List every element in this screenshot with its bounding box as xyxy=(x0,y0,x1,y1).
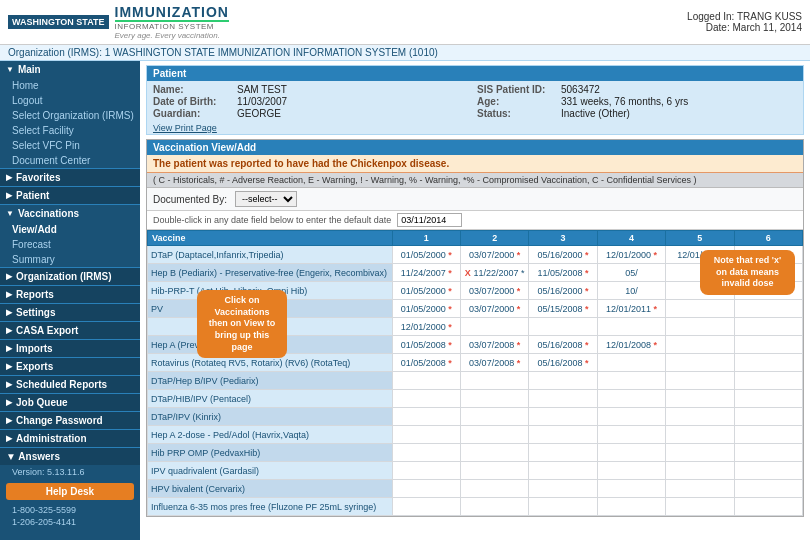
date-cell[interactable]: 03/07/2000 * xyxy=(460,300,528,318)
date-cell[interactable]: 01/05/2000 * xyxy=(392,282,460,300)
date-cell[interactable] xyxy=(597,390,665,408)
date-cell[interactable] xyxy=(392,480,460,498)
date-cell[interactable]: 12/01/2000 * xyxy=(392,318,460,336)
sidebar-header-imports[interactable]: ▶ Imports xyxy=(0,340,140,357)
sidebar-header-org[interactable]: ▶ Organization (IRMS) xyxy=(0,268,140,285)
sidebar-header-vaccinations[interactable]: ▼ Vaccinations xyxy=(0,205,140,222)
sidebar-item-select-facility[interactable]: Select Facility xyxy=(0,123,140,138)
date-cell[interactable] xyxy=(666,354,734,372)
date-cell[interactable] xyxy=(392,426,460,444)
date-cell[interactable] xyxy=(529,390,597,408)
sidebar-header-main[interactable]: ▼ Main xyxy=(0,61,140,78)
date-cell[interactable] xyxy=(392,372,460,390)
default-date-input[interactable] xyxy=(397,213,462,227)
date-cell[interactable] xyxy=(734,462,802,480)
date-cell[interactable] xyxy=(666,390,734,408)
date-cell[interactable]: X 11/22/2007 * xyxy=(460,264,528,282)
sidebar-header-exports[interactable]: ▶ Exports xyxy=(0,358,140,375)
date-cell[interactable] xyxy=(734,246,802,264)
date-cell[interactable] xyxy=(734,354,802,372)
date-cell[interactable]: 12/01/2000 * xyxy=(597,246,665,264)
date-cell[interactable]: 03/07/2000 * xyxy=(460,282,528,300)
date-cell[interactable] xyxy=(529,408,597,426)
sidebar-item-forecast[interactable]: Forecast xyxy=(0,237,140,252)
date-cell[interactable] xyxy=(734,282,802,300)
date-cell[interactable] xyxy=(597,408,665,426)
sidebar-header-patient[interactable]: ▶ Patient xyxy=(0,187,140,204)
date-cell[interactable] xyxy=(460,390,528,408)
sidebar-header-settings[interactable]: ▶ Settings xyxy=(0,304,140,321)
date-cell[interactable] xyxy=(529,318,597,336)
date-cell[interactable] xyxy=(597,426,665,444)
date-cell[interactable] xyxy=(734,408,802,426)
date-cell[interactable]: 11/05/2008 * xyxy=(529,264,597,282)
date-cell[interactable]: 05/16/2008 * xyxy=(529,354,597,372)
date-cell[interactable] xyxy=(460,480,528,498)
date-cell[interactable]: 03/07/2008 * xyxy=(460,336,528,354)
date-cell[interactable] xyxy=(666,282,734,300)
date-cell[interactable]: 10/ xyxy=(597,282,665,300)
date-cell[interactable] xyxy=(460,426,528,444)
date-cell[interactable] xyxy=(734,390,802,408)
date-cell[interactable] xyxy=(529,498,597,516)
date-cell[interactable] xyxy=(597,498,665,516)
date-cell[interactable]: 05/ xyxy=(597,264,665,282)
date-cell[interactable] xyxy=(529,444,597,462)
date-cell[interactable] xyxy=(529,372,597,390)
date-cell[interactable] xyxy=(666,426,734,444)
date-cell[interactable] xyxy=(597,480,665,498)
sidebar-header-favorites[interactable]: ▶ Favorites xyxy=(0,169,140,186)
sidebar-header-scheduled-reports[interactable]: ▶ Scheduled Reports xyxy=(0,376,140,393)
date-cell[interactable] xyxy=(734,264,802,282)
date-cell[interactable] xyxy=(597,462,665,480)
date-cell[interactable] xyxy=(734,444,802,462)
date-cell[interactable] xyxy=(666,318,734,336)
date-cell[interactable]: 01/05/2000 * xyxy=(392,300,460,318)
date-cell[interactable] xyxy=(392,390,460,408)
sidebar-header-job-queue[interactable]: ▶ Job Queue xyxy=(0,394,140,411)
date-cell[interactable] xyxy=(666,480,734,498)
sidebar-item-select-org[interactable]: Select Organization (IRMS) xyxy=(0,108,140,123)
date-cell[interactable]: 03/07/2000 * xyxy=(460,246,528,264)
sidebar-item-home[interactable]: Home xyxy=(0,78,140,93)
sidebar-item-logout[interactable]: Logout xyxy=(0,93,140,108)
date-cell[interactable]: 01/05/2008 * xyxy=(392,354,460,372)
sidebar-item-summary[interactable]: Summary xyxy=(0,252,140,267)
help-desk-button[interactable]: Help Desk xyxy=(6,483,134,500)
date-cell[interactable] xyxy=(460,462,528,480)
date-cell[interactable] xyxy=(666,336,734,354)
date-cell[interactable] xyxy=(529,480,597,498)
date-cell[interactable] xyxy=(734,336,802,354)
date-cell[interactable] xyxy=(392,408,460,426)
sidebar-answers-header[interactable]: ▼ Answers xyxy=(0,448,140,465)
date-cell[interactable] xyxy=(597,372,665,390)
date-cell[interactable] xyxy=(597,354,665,372)
date-cell[interactable]: 05/15/2008 * xyxy=(529,300,597,318)
date-cell[interactable] xyxy=(529,462,597,480)
date-cell[interactable] xyxy=(392,498,460,516)
date-cell[interactable] xyxy=(460,372,528,390)
sidebar-header-administration[interactable]: ▶ Administration xyxy=(0,430,140,447)
date-cell[interactable] xyxy=(734,318,802,336)
date-cell[interactable] xyxy=(666,462,734,480)
sidebar-item-viewadd[interactable]: View/Add xyxy=(0,222,140,237)
date-cell[interactable]: 03/07/2008 * xyxy=(460,354,528,372)
date-cell[interactable] xyxy=(666,444,734,462)
date-cell[interactable] xyxy=(597,444,665,462)
date-cell[interactable] xyxy=(666,408,734,426)
date-cell[interactable] xyxy=(734,498,802,516)
sidebar-item-select-vfc[interactable]: Select VFC Pin xyxy=(0,138,140,153)
date-cell[interactable]: 12/01/2008 * xyxy=(597,336,665,354)
sidebar-header-change-password[interactable]: ▶ Change Password xyxy=(0,412,140,429)
date-cell[interactable]: 12/01/2011 xyxy=(666,246,734,264)
date-cell[interactable]: 01/05/2000 * xyxy=(392,246,460,264)
date-cell[interactable] xyxy=(666,498,734,516)
date-cell[interactable] xyxy=(734,372,802,390)
date-cell[interactable] xyxy=(666,264,734,282)
date-cell[interactable] xyxy=(392,462,460,480)
date-cell[interactable] xyxy=(597,318,665,336)
date-cell[interactable] xyxy=(734,300,802,318)
date-cell[interactable]: 11/24/2007 * xyxy=(392,264,460,282)
documented-by-select[interactable]: --select-- xyxy=(235,191,297,207)
sidebar-header-reports[interactable]: ▶ Reports xyxy=(0,286,140,303)
